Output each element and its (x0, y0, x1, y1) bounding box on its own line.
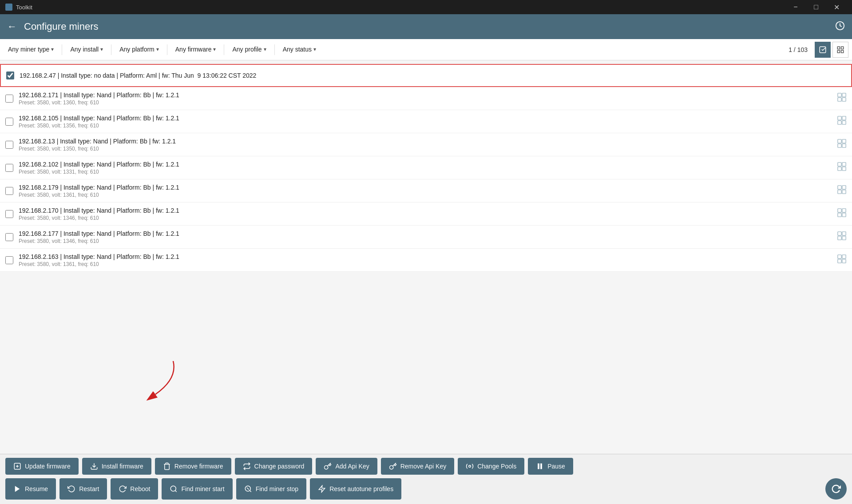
miner-row: 192.168.2.179 | Install type: Nand | Pla… (0, 179, 852, 202)
filter-install[interactable]: Any install ▾ (66, 39, 107, 60)
miner-checkbox[interactable] (5, 256, 13, 264)
config-icon[interactable] (837, 185, 847, 197)
filter-miner-type[interactable]: Any miner type ▾ (4, 39, 58, 60)
svg-rect-15 (842, 139, 846, 143)
app-icon (5, 4, 12, 11)
miner-name: 192.168.2.105 | Install type: Nand | Pla… (19, 115, 837, 122)
config-icon[interactable] (837, 139, 847, 151)
miner-row: 192.168.2.171 | Install type: Nand | Pla… (0, 87, 852, 110)
install-firmware-icon (90, 462, 98, 470)
close-button[interactable]: ✕ (826, 0, 847, 14)
svg-rect-7 (842, 93, 846, 97)
svg-line-49 (247, 488, 249, 490)
miner-preset: Preset: 3580, volt: 1331, freq: 610 (19, 169, 837, 175)
svg-rect-22 (838, 186, 841, 189)
miner-row: 192.168.2.170 | Install type: Nand | Pla… (0, 202, 852, 226)
miner-preset: Preset: 3580, volt: 1346, freq: 610 (19, 238, 837, 244)
svg-point-41 (469, 465, 471, 468)
svg-rect-5 (841, 50, 844, 52)
filter-profile[interactable]: Any profile ▾ (228, 39, 270, 60)
remove-api-key-button[interactable]: Remove Api Key (381, 458, 455, 475)
change-pools-label: Change Pools (477, 463, 516, 470)
change-pools-button[interactable]: Change Pools (458, 458, 524, 475)
miner-name: 192.168.2.102 | Install type: Nand | Pla… (19, 161, 837, 168)
miner-checkbox[interactable] (6, 71, 14, 79)
restart-button[interactable]: Restart (59, 478, 107, 500)
filter-status[interactable]: Any status ▾ (278, 39, 321, 60)
miner-name: 192.168.2.179 | Install type: Nand | Pla… (19, 184, 837, 191)
config-icon[interactable] (837, 254, 847, 266)
install-firmware-button[interactable]: Install firmware (82, 458, 151, 475)
pause-icon (536, 462, 544, 470)
svg-rect-34 (838, 255, 841, 258)
miner-checkbox[interactable] (5, 141, 13, 149)
view-toggle-grid[interactable] (832, 42, 848, 58)
miner-name: 192.168.2.13 | Install type: Nand | Plat… (19, 138, 837, 145)
miner-name: 192.168.2.177 | Install type: Nand | Pla… (19, 230, 837, 237)
config-icon[interactable] (837, 92, 847, 104)
svg-rect-16 (838, 144, 841, 147)
reset-autotune-button[interactable]: Reset autotune profiles (310, 478, 401, 500)
remove-api-key-label: Remove Api Key (400, 463, 447, 470)
config-icon[interactable] (837, 231, 847, 243)
miner-checkbox[interactable] (5, 118, 13, 126)
history-icon (835, 21, 845, 31)
view-toggle-checked[interactable] (815, 42, 831, 58)
resume-button[interactable]: Resume (5, 478, 56, 500)
install-firmware-label: Install firmware (102, 463, 143, 470)
svg-rect-33 (842, 236, 846, 240)
refresh-button[interactable] (825, 478, 847, 500)
maximize-button[interactable]: □ (806, 0, 826, 14)
separator (111, 44, 111, 55)
minimize-button[interactable]: − (785, 0, 806, 14)
page-title: Configure miners (24, 21, 99, 32)
svg-rect-26 (838, 209, 841, 212)
miner-checkbox[interactable] (5, 187, 13, 195)
miner-checkbox[interactable] (5, 233, 13, 241)
miner-info: 192.168.2.105 | Install type: Nand | Pla… (19, 115, 837, 129)
svg-line-46 (175, 490, 177, 492)
miner-info: 192.168.2.179 | Install type: Nand | Pla… (19, 184, 837, 198)
reboot-button[interactable]: Reboot (111, 478, 158, 500)
restart-label: Restart (79, 485, 99, 492)
miner-checkbox[interactable] (5, 164, 13, 172)
find-miner-start-button[interactable]: Find miner start (162, 478, 232, 500)
resume-label: Resume (25, 485, 48, 492)
change-password-icon (243, 462, 251, 470)
filter-firmware[interactable]: Any firmware ▾ (171, 39, 221, 60)
update-firmware-button[interactable]: Update firmware (5, 458, 79, 475)
remove-firmware-button[interactable]: Remove firmware (155, 458, 231, 475)
refresh-icon (831, 484, 841, 494)
miner-name: 192.168.2.47 | Install type: no data | P… (20, 72, 846, 79)
history-button[interactable] (835, 21, 845, 33)
change-password-button[interactable]: Change password (235, 458, 313, 475)
svg-rect-27 (842, 209, 846, 212)
config-icon[interactable] (837, 115, 847, 127)
svg-rect-12 (838, 121, 841, 124)
config-icon[interactable] (837, 162, 847, 174)
update-firmware-icon (13, 462, 21, 470)
find-miner-start-icon (170, 485, 178, 493)
svg-rect-20 (838, 167, 841, 171)
find-miner-stop-button[interactable]: Find miner stop (236, 478, 306, 500)
remove-firmware-icon (163, 462, 171, 470)
svg-rect-35 (842, 255, 846, 258)
pause-button[interactable]: Pause (528, 458, 573, 475)
miner-info: 192.168.2.47 | Install type: no data | P… (20, 72, 846, 79)
add-api-key-label: Add Api Key (335, 463, 369, 470)
miner-checkbox[interactable] (5, 95, 13, 103)
config-icon[interactable] (837, 208, 847, 220)
miner-info: 192.168.2.163 | Install type: Nand | Pla… (19, 253, 837, 267)
miner-info: 192.168.2.102 | Install type: Nand | Pla… (19, 161, 837, 175)
app-name: Toolkit (16, 4, 32, 11)
filter-platform[interactable]: Any platform ▾ (115, 39, 163, 60)
separator (224, 44, 224, 55)
add-api-key-button[interactable]: Add Api Key (316, 458, 377, 475)
back-button[interactable]: ← (7, 21, 17, 32)
check-square-icon (819, 46, 827, 54)
reset-autotune-icon (318, 485, 326, 493)
svg-rect-1 (820, 47, 826, 53)
reset-autotune-label: Reset autotune profiles (329, 485, 393, 492)
miner-checkbox[interactable] (5, 210, 13, 218)
reboot-label: Reboot (130, 485, 150, 492)
